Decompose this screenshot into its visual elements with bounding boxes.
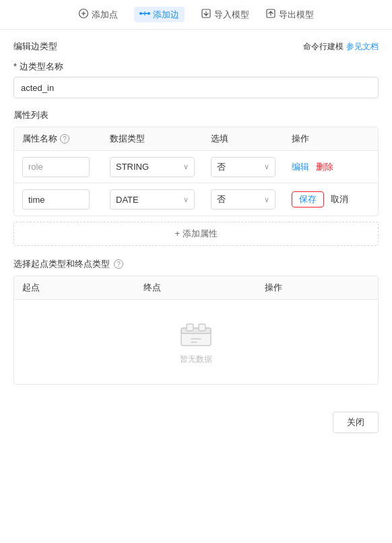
row2-save-button[interactable]: 保存 xyxy=(292,191,324,207)
add-point-label: 添加点 xyxy=(92,9,118,21)
row1-name-cell xyxy=(14,157,102,177)
row1-opt-cell: 否 ∨ xyxy=(203,157,284,177)
edge-name-input[interactable] xyxy=(13,77,379,98)
row2-type-chevron: ∨ xyxy=(183,195,189,204)
form-header: 编辑边类型 命令行建模 参见文档 xyxy=(13,40,379,53)
svg-rect-11 xyxy=(187,324,193,331)
row2-type-select[interactable]: DATE ∨ xyxy=(110,189,195,210)
add-attribute-button[interactable]: + 添加属性 xyxy=(13,222,379,246)
col-header-type: 数据类型 xyxy=(102,133,203,145)
row2-type-cell: DATE ∨ xyxy=(102,189,203,210)
table-row: DATE ∨ 否 ∨ 保存 取消 xyxy=(14,183,378,216)
svg-rect-10 xyxy=(181,328,211,333)
svg-point-3 xyxy=(139,12,142,15)
property-section-title: 属性列表 xyxy=(13,109,379,121)
add-edge-button[interactable]: 添加边 xyxy=(134,7,185,22)
add-edge-icon xyxy=(139,8,150,21)
ecol-header-action: 操作 xyxy=(257,282,378,294)
row1-type-chevron: ∨ xyxy=(183,162,189,171)
col-header-action: 操作 xyxy=(284,133,378,145)
row1-opt-select[interactable]: 否 ∨ xyxy=(211,157,275,177)
svg-rect-12 xyxy=(199,324,205,331)
footer: 关闭 xyxy=(0,404,392,441)
row2-cancel-button[interactable]: 取消 xyxy=(331,193,348,205)
row1-action-btns: 编辑 删除 xyxy=(292,161,370,173)
row2-actions: 保存 取消 xyxy=(284,191,378,207)
row2-opt-chevron: ∨ xyxy=(264,195,269,204)
empty-icon xyxy=(178,321,214,348)
table-row: STRING ∨ 否 ∨ 编辑 删除 xyxy=(14,151,378,183)
ecol-header-end: 终点 xyxy=(135,282,257,294)
form-title: 编辑边类型 xyxy=(13,40,57,53)
export-model-label: 导出模型 xyxy=(279,9,314,21)
row2-opt-cell: 否 ∨ xyxy=(203,189,284,210)
endpoint-section-title: 选择起点类型和终点类型 xyxy=(13,258,110,270)
empty-text: 暂无数据 xyxy=(180,354,212,365)
endpoint-table: 起点 终点 操作 暂无数据 xyxy=(13,276,379,385)
doc-link-anchor[interactable]: 参见文档 xyxy=(346,42,379,51)
row2-name-input[interactable] xyxy=(22,189,90,210)
row1-edit-button[interactable]: 编辑 xyxy=(292,161,309,173)
doc-link[interactable]: 命令行建模 参见文档 xyxy=(303,41,379,53)
endpoint-help-icon[interactable]: ? xyxy=(114,259,123,269)
add-point-button[interactable]: 添加点 xyxy=(78,8,118,21)
toolbar: 添加点 添加边 导入模型 导出模型 xyxy=(0,0,392,30)
row1-name-input[interactable] xyxy=(22,157,90,177)
row1-type-cell: STRING ∨ xyxy=(102,157,203,177)
row1-type-select[interactable]: STRING ∨ xyxy=(110,157,195,177)
edge-name-label: * 边类型名称 xyxy=(13,61,379,73)
empty-state: 暂无数据 xyxy=(14,300,378,384)
svg-point-4 xyxy=(148,12,150,15)
row1-actions: 编辑 删除 xyxy=(284,161,378,173)
property-table: 属性名称 ? 数据类型 选填 操作 STRING ∨ 否 xyxy=(13,127,379,216)
add-edge-label: 添加边 xyxy=(153,9,179,21)
row2-name-cell xyxy=(14,189,102,210)
endpoint-header: 起点 终点 操作 xyxy=(14,276,378,300)
row1-opt-chevron: ∨ xyxy=(264,162,269,171)
table-header: 属性名称 ? 数据类型 选填 操作 xyxy=(14,127,378,151)
col-header-name: 属性名称 ? xyxy=(14,133,102,145)
ecol-header-start: 起点 xyxy=(14,282,135,294)
name-help-icon[interactable]: ? xyxy=(60,134,69,143)
main-content: 编辑边类型 命令行建模 参见文档 * 边类型名称 属性列表 属性名称 ? 数据类… xyxy=(0,30,392,395)
import-model-button[interactable]: 导入模型 xyxy=(201,8,249,21)
import-icon xyxy=(201,8,211,21)
close-button[interactable]: 关闭 xyxy=(333,412,379,433)
row2-opt-select[interactable]: 否 ∨ xyxy=(211,189,275,210)
export-model-button[interactable]: 导出模型 xyxy=(265,8,314,21)
row1-delete-button[interactable]: 删除 xyxy=(316,161,333,173)
add-point-icon xyxy=(78,8,89,21)
endpoint-section-label: 选择起点类型和终点类型 ? xyxy=(13,258,379,270)
export-icon xyxy=(265,8,276,21)
doc-link-prefix: 命令行建模 xyxy=(303,42,344,51)
row2-action-btns: 保存 取消 xyxy=(292,191,370,207)
import-model-label: 导入模型 xyxy=(214,9,249,21)
col-header-optional: 选填 xyxy=(203,133,284,145)
